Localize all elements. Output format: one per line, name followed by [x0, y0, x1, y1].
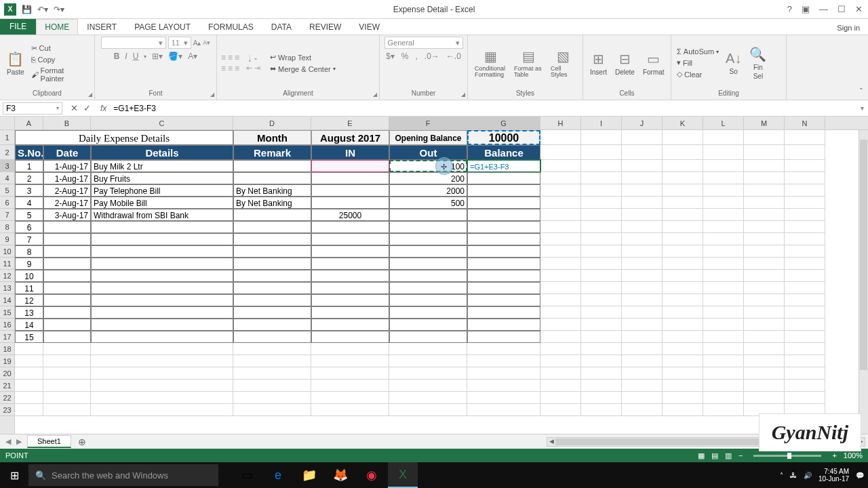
column-header[interactable]: G: [467, 117, 540, 129]
cell[interactable]: [703, 331, 744, 343]
enter-formula-icon[interactable]: ✓: [83, 103, 91, 113]
tab-file[interactable]: FILE: [0, 18, 36, 35]
cell[interactable]: [581, 172, 622, 184]
comma-icon[interactable]: ,: [415, 52, 417, 61]
cell[interactable]: [43, 306, 91, 319]
cell[interactable]: [663, 404, 703, 416]
cell[interactable]: [540, 270, 581, 282]
cell[interactable]: [389, 209, 467, 221]
cell[interactable]: [703, 282, 744, 294]
underline-button[interactable]: U: [133, 52, 139, 61]
tab-formulas[interactable]: FORMULAS: [199, 19, 262, 35]
cell[interactable]: [311, 282, 389, 294]
cell[interactable]: [622, 197, 663, 209]
save-icon[interactable]: 💾: [22, 5, 32, 14]
cell[interactable]: [43, 392, 91, 404]
cell[interactable]: [43, 331, 91, 343]
tab-home[interactable]: HOME: [36, 19, 78, 35]
cell[interactable]: [467, 367, 540, 380]
row-header[interactable]: 18: [0, 343, 14, 355]
cell[interactable]: [91, 233, 233, 245]
cell[interactable]: [581, 233, 622, 245]
cell[interactable]: [389, 392, 467, 404]
cell[interactable]: [91, 294, 233, 306]
insert-cells-button[interactable]: ⊞Insert: [587, 49, 610, 77]
cell[interactable]: [233, 294, 311, 306]
cell[interactable]: [540, 380, 581, 392]
italic-button[interactable]: I: [125, 52, 127, 61]
zoom-level[interactable]: 100%: [844, 451, 863, 460]
row-header[interactable]: 6: [0, 197, 14, 209]
cell[interactable]: [540, 306, 581, 319]
decrease-indent-icon[interactable]: ⇤: [246, 64, 252, 73]
cell[interactable]: [467, 355, 540, 367]
cell[interactable]: Balance: [467, 145, 540, 160]
name-box[interactable]: F3▾: [3, 102, 62, 115]
cell[interactable]: [233, 209, 311, 221]
align-right-icon[interactable]: ≡: [235, 64, 239, 73]
delete-cells-button[interactable]: ⊟Delete: [612, 49, 637, 77]
cell[interactable]: [389, 380, 467, 392]
cell[interactable]: [581, 392, 622, 404]
percent-icon[interactable]: %: [401, 52, 409, 61]
cell[interactable]: [581, 355, 622, 367]
cell[interactable]: [581, 306, 622, 319]
orientation-icon[interactable]: ⭭▾: [246, 54, 260, 62]
cell[interactable]: [744, 145, 785, 160]
row-header[interactable]: 3: [0, 160, 14, 172]
cell[interactable]: [703, 184, 744, 197]
cell[interactable]: [663, 282, 703, 294]
cell[interactable]: [540, 209, 581, 221]
cell[interactable]: [622, 145, 663, 160]
cell[interactable]: [467, 184, 540, 197]
dialog-launcher-icon[interactable]: ◢: [88, 92, 92, 98]
cell[interactable]: [540, 355, 581, 367]
cell[interactable]: [703, 404, 744, 416]
bold-button[interactable]: B: [114, 52, 120, 61]
cell[interactable]: [581, 331, 622, 343]
cell[interactable]: [389, 355, 467, 367]
cell[interactable]: [467, 306, 540, 319]
tab-page-layout[interactable]: PAGE LAYOUT: [125, 19, 199, 35]
page-break-view-icon[interactable]: ▥: [725, 451, 732, 460]
cell[interactable]: [663, 380, 703, 392]
cell[interactable]: [311, 160, 389, 172]
row-header[interactable]: 10: [0, 245, 14, 258]
cell[interactable]: [663, 145, 703, 160]
cell[interactable]: [663, 258, 703, 270]
cell[interactable]: [744, 209, 785, 221]
cell[interactable]: [540, 319, 581, 331]
cell[interactable]: [785, 355, 825, 367]
cell[interactable]: [622, 343, 663, 355]
cell[interactable]: [703, 306, 744, 319]
cell[interactable]: [581, 160, 622, 172]
cell[interactable]: [663, 392, 703, 404]
cell[interactable]: 1-Aug-17: [43, 172, 91, 184]
cell[interactable]: [622, 380, 663, 392]
cell[interactable]: [744, 270, 785, 282]
cell[interactable]: [311, 355, 389, 367]
align-center-icon[interactable]: ≡: [228, 64, 233, 73]
cell[interactable]: [540, 221, 581, 233]
row-header[interactable]: 13: [0, 282, 14, 294]
cell[interactable]: [389, 258, 467, 270]
cell[interactable]: [43, 319, 91, 331]
cell[interactable]: [467, 221, 540, 233]
accounting-icon[interactable]: $▾: [386, 52, 395, 61]
title-cell[interactable]: Daily Expense Details: [15, 130, 233, 145]
app-icon[interactable]: ◉: [357, 462, 387, 488]
conditional-formatting-button[interactable]: ▦Conditional Formatting: [472, 47, 509, 79]
cell[interactable]: [43, 221, 91, 233]
cell[interactable]: [785, 270, 825, 282]
cell[interactable]: [15, 367, 43, 380]
copy-button[interactable]: ⎘Copy: [30, 55, 90, 64]
cell[interactable]: 200: [389, 172, 467, 184]
cell[interactable]: [703, 245, 744, 258]
cell[interactable]: [622, 184, 663, 197]
row-header[interactable]: 11: [0, 258, 14, 270]
tab-insert[interactable]: INSERT: [78, 19, 125, 35]
cell[interactable]: [311, 380, 389, 392]
cell[interactable]: [581, 184, 622, 197]
zoom-in-icon[interactable]: +: [832, 451, 836, 460]
cell[interactable]: 100: [389, 160, 467, 172]
